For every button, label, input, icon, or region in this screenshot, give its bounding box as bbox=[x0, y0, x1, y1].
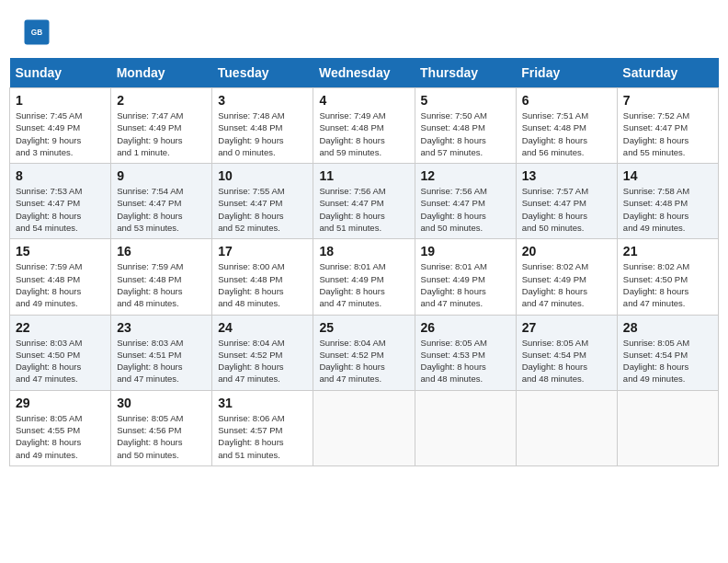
day-info: Sunrise: 7:47 AM Sunset: 4:49 PM Dayligh… bbox=[117, 109, 206, 158]
day-number: 22 bbox=[16, 320, 105, 335]
calendar-cell: 15Sunrise: 7:59 AM Sunset: 4:48 PM Dayli… bbox=[10, 239, 111, 315]
day-info: Sunrise: 7:53 AM Sunset: 4:47 PM Dayligh… bbox=[16, 185, 105, 234]
day-number: 16 bbox=[117, 244, 206, 259]
calendar-cell: 27Sunrise: 8:05 AM Sunset: 4:54 PM Dayli… bbox=[516, 315, 617, 390]
calendar-cell: 23Sunrise: 8:03 AM Sunset: 4:51 PM Dayli… bbox=[111, 315, 212, 390]
calendar-cell: 8Sunrise: 7:53 AM Sunset: 4:47 PM Daylig… bbox=[10, 164, 111, 239]
day-info: Sunrise: 7:48 AM Sunset: 4:48 PM Dayligh… bbox=[218, 109, 307, 158]
day-number: 21 bbox=[623, 244, 712, 259]
calendar-cell bbox=[617, 390, 718, 465]
calendar-cell: 28Sunrise: 8:05 AM Sunset: 4:54 PM Dayli… bbox=[617, 315, 718, 390]
weekday-header: Wednesday bbox=[313, 58, 415, 88]
svg-text:GB: GB bbox=[31, 29, 42, 37]
calendar-cell: 30Sunrise: 8:05 AM Sunset: 4:56 PM Dayli… bbox=[111, 390, 212, 465]
calendar-header-row: SundayMondayTuesdayWednesdayThursdayFrid… bbox=[10, 58, 719, 88]
weekday-header: Tuesday bbox=[212, 58, 313, 88]
calendar-cell: 16Sunrise: 7:59 AM Sunset: 4:48 PM Dayli… bbox=[111, 239, 212, 315]
calendar-cell: 12Sunrise: 7:56 AM Sunset: 4:47 PM Dayli… bbox=[415, 164, 516, 239]
day-number: 7 bbox=[623, 93, 712, 108]
day-info: Sunrise: 7:50 AM Sunset: 4:48 PM Dayligh… bbox=[421, 109, 510, 158]
day-number: 1 bbox=[16, 93, 105, 108]
day-info: Sunrise: 8:03 AM Sunset: 4:51 PM Dayligh… bbox=[117, 337, 206, 385]
day-number: 15 bbox=[16, 244, 105, 259]
day-number: 11 bbox=[319, 168, 408, 183]
day-number: 13 bbox=[522, 168, 611, 183]
calendar-cell: 26Sunrise: 8:05 AM Sunset: 4:53 PM Dayli… bbox=[415, 315, 516, 390]
day-info: Sunrise: 8:02 AM Sunset: 4:49 PM Dayligh… bbox=[522, 260, 611, 309]
day-info: Sunrise: 8:04 AM Sunset: 4:52 PM Dayligh… bbox=[319, 337, 408, 385]
weekday-header: Friday bbox=[516, 58, 617, 88]
day-number: 25 bbox=[319, 320, 408, 335]
calendar-cell: 19Sunrise: 8:01 AM Sunset: 4:49 PM Dayli… bbox=[415, 239, 516, 315]
day-number: 27 bbox=[522, 320, 611, 335]
day-info: Sunrise: 8:01 AM Sunset: 4:49 PM Dayligh… bbox=[421, 260, 510, 309]
calendar-cell: 29Sunrise: 8:05 AM Sunset: 4:55 PM Dayli… bbox=[10, 390, 111, 465]
calendar: SundayMondayTuesdayWednesdayThursdayFrid… bbox=[9, 58, 719, 466]
day-number: 28 bbox=[623, 320, 712, 335]
calendar-week-row: 29Sunrise: 8:05 AM Sunset: 4:55 PM Dayli… bbox=[10, 390, 719, 465]
day-info: Sunrise: 7:52 AM Sunset: 4:47 PM Dayligh… bbox=[623, 109, 712, 158]
calendar-cell: 18Sunrise: 8:01 AM Sunset: 4:49 PM Dayli… bbox=[313, 239, 415, 315]
day-number: 10 bbox=[218, 168, 307, 183]
calendar-cell: 6Sunrise: 7:51 AM Sunset: 4:48 PM Daylig… bbox=[516, 88, 617, 164]
calendar-cell: 21Sunrise: 8:02 AM Sunset: 4:50 PM Dayli… bbox=[617, 239, 718, 315]
calendar-week-row: 8Sunrise: 7:53 AM Sunset: 4:47 PM Daylig… bbox=[10, 164, 719, 239]
calendar-cell: 25Sunrise: 8:04 AM Sunset: 4:52 PM Dayli… bbox=[313, 315, 415, 390]
calendar-cell: 10Sunrise: 7:55 AM Sunset: 4:47 PM Dayli… bbox=[212, 164, 313, 239]
day-info: Sunrise: 8:05 AM Sunset: 4:55 PM Dayligh… bbox=[16, 412, 105, 461]
calendar-cell bbox=[415, 390, 516, 465]
day-info: Sunrise: 8:05 AM Sunset: 4:54 PM Dayligh… bbox=[522, 337, 611, 385]
calendar-cell bbox=[313, 390, 415, 465]
calendar-cell: 20Sunrise: 8:02 AM Sunset: 4:49 PM Dayli… bbox=[516, 239, 617, 315]
day-number: 24 bbox=[218, 320, 307, 335]
header: GB bbox=[9, 9, 719, 51]
calendar-cell: 24Sunrise: 8:04 AM Sunset: 4:52 PM Dayli… bbox=[212, 315, 313, 390]
day-number: 14 bbox=[623, 168, 712, 183]
day-number: 2 bbox=[117, 93, 206, 108]
logo: GB bbox=[23, 18, 54, 46]
day-number: 26 bbox=[421, 320, 510, 335]
calendar-cell: 1Sunrise: 7:45 AM Sunset: 4:49 PM Daylig… bbox=[10, 88, 111, 164]
day-info: Sunrise: 7:51 AM Sunset: 4:48 PM Dayligh… bbox=[522, 109, 611, 158]
day-info: Sunrise: 8:05 AM Sunset: 4:53 PM Dayligh… bbox=[421, 337, 510, 385]
day-info: Sunrise: 7:54 AM Sunset: 4:47 PM Dayligh… bbox=[117, 185, 206, 234]
day-number: 3 bbox=[218, 93, 307, 108]
day-number: 20 bbox=[522, 244, 611, 259]
calendar-cell: 22Sunrise: 8:03 AM Sunset: 4:50 PM Dayli… bbox=[10, 315, 111, 390]
day-info: Sunrise: 8:06 AM Sunset: 4:57 PM Dayligh… bbox=[218, 412, 307, 461]
calendar-cell: 13Sunrise: 7:57 AM Sunset: 4:47 PM Dayli… bbox=[516, 164, 617, 239]
day-number: 17 bbox=[218, 244, 307, 259]
day-number: 19 bbox=[421, 244, 510, 259]
weekday-header: Monday bbox=[111, 58, 212, 88]
day-number: 4 bbox=[319, 93, 408, 108]
day-info: Sunrise: 7:58 AM Sunset: 4:48 PM Dayligh… bbox=[623, 185, 712, 234]
day-number: 6 bbox=[522, 93, 611, 108]
calendar-cell: 14Sunrise: 7:58 AM Sunset: 4:48 PM Dayli… bbox=[617, 164, 718, 239]
day-number: 29 bbox=[16, 396, 105, 410]
calendar-cell: 3Sunrise: 7:48 AM Sunset: 4:48 PM Daylig… bbox=[212, 88, 313, 164]
day-info: Sunrise: 8:04 AM Sunset: 4:52 PM Dayligh… bbox=[218, 337, 307, 385]
day-info: Sunrise: 8:02 AM Sunset: 4:50 PM Dayligh… bbox=[623, 260, 712, 309]
day-info: Sunrise: 7:57 AM Sunset: 4:47 PM Dayligh… bbox=[522, 185, 611, 234]
calendar-cell: 9Sunrise: 7:54 AM Sunset: 4:47 PM Daylig… bbox=[111, 164, 212, 239]
calendar-cell: 5Sunrise: 7:50 AM Sunset: 4:48 PM Daylig… bbox=[415, 88, 516, 164]
day-info: Sunrise: 8:03 AM Sunset: 4:50 PM Dayligh… bbox=[16, 337, 105, 385]
day-info: Sunrise: 8:05 AM Sunset: 4:54 PM Dayligh… bbox=[623, 337, 712, 385]
calendar-cell: 31Sunrise: 8:06 AM Sunset: 4:57 PM Dayli… bbox=[212, 390, 313, 465]
day-number: 18 bbox=[319, 244, 408, 259]
weekday-header: Saturday bbox=[617, 58, 718, 88]
day-info: Sunrise: 8:01 AM Sunset: 4:49 PM Dayligh… bbox=[319, 260, 408, 309]
calendar-cell: 7Sunrise: 7:52 AM Sunset: 4:47 PM Daylig… bbox=[617, 88, 718, 164]
day-info: Sunrise: 7:55 AM Sunset: 4:47 PM Dayligh… bbox=[218, 185, 307, 234]
calendar-week-row: 1Sunrise: 7:45 AM Sunset: 4:49 PM Daylig… bbox=[10, 88, 719, 164]
calendar-cell: 4Sunrise: 7:49 AM Sunset: 4:48 PM Daylig… bbox=[313, 88, 415, 164]
calendar-cell: 11Sunrise: 7:56 AM Sunset: 4:47 PM Dayli… bbox=[313, 164, 415, 239]
logo-icon: GB bbox=[23, 18, 51, 46]
weekday-header: Sunday bbox=[10, 58, 111, 88]
day-info: Sunrise: 8:05 AM Sunset: 4:56 PM Dayligh… bbox=[117, 412, 206, 461]
day-info: Sunrise: 7:59 AM Sunset: 4:48 PM Dayligh… bbox=[16, 260, 105, 309]
day-info: Sunrise: 7:59 AM Sunset: 4:48 PM Dayligh… bbox=[117, 260, 206, 309]
calendar-cell: 17Sunrise: 8:00 AM Sunset: 4:48 PM Dayli… bbox=[212, 239, 313, 315]
calendar-cell: 2Sunrise: 7:47 AM Sunset: 4:49 PM Daylig… bbox=[111, 88, 212, 164]
weekday-header: Thursday bbox=[415, 58, 516, 88]
